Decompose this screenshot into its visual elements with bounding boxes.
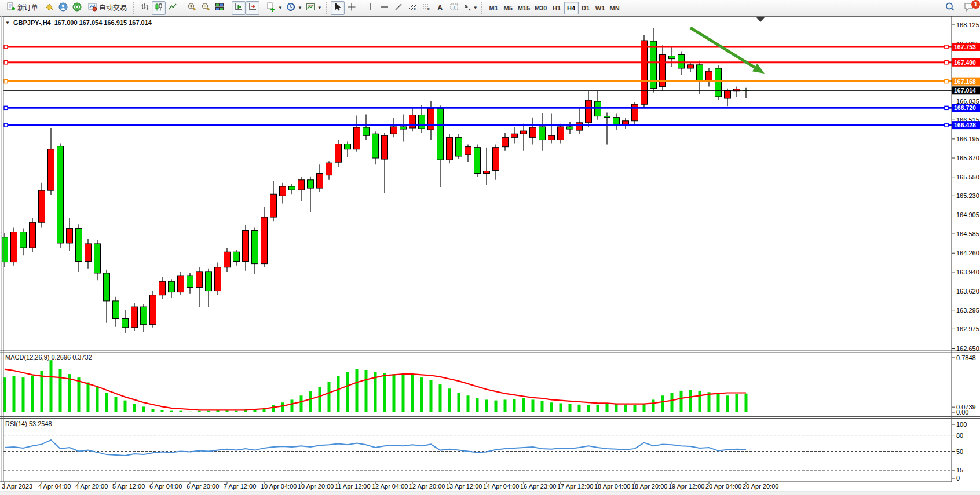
arrows-tool[interactable]: ▼ [461, 1, 480, 15]
community-icon [58, 2, 68, 14]
template-icon [306, 2, 315, 14]
search-button[interactable] [943, 1, 957, 15]
clock-icon [286, 2, 295, 14]
zoom-out-button[interactable] [199, 1, 213, 15]
signals-button[interactable] [70, 1, 84, 15]
equidistant-channel-tool[interactable]: E [405, 1, 419, 15]
svg-text:F: F [427, 8, 430, 11]
notifications-button[interactable]: 1 [961, 1, 977, 15]
zoom-out-icon [201, 2, 210, 14]
indicators-icon [266, 2, 276, 14]
chart-shift-button[interactable] [246, 1, 259, 15]
bar-chart-button[interactable] [138, 1, 152, 15]
paint-bucket-icon [45, 2, 54, 14]
svg-text:0: 0 [956, 475, 960, 482]
svg-text:7 Apr 12:00: 7 Apr 12:00 [224, 483, 256, 490]
timeframe-M15[interactable]: M15 [515, 2, 532, 14]
bar-chart-icon [140, 2, 149, 14]
tile-windows-icon [215, 2, 224, 14]
timeframe-M1[interactable]: M1 [487, 2, 501, 14]
svg-text:10 Apr 04:00: 10 Apr 04:00 [261, 483, 297, 490]
vertical-line-tool[interactable] [364, 1, 378, 15]
toolbar-grip [326, 2, 328, 14]
svg-text:18 Apr 20:00: 18 Apr 20:00 [631, 483, 667, 490]
new-order-icon [6, 2, 16, 13]
svg-text:14 Apr 04:00: 14 Apr 04:00 [483, 483, 519, 490]
text-tool[interactable]: A [433, 1, 447, 15]
svg-text:17 Apr 12:00: 17 Apr 12:00 [557, 483, 593, 490]
svg-text:4 Apr 20:00: 4 Apr 20:00 [75, 483, 108, 490]
toolbar: 新订单 自动交易 ▼ [0, 0, 980, 16]
svg-text:12 Apr 20:00: 12 Apr 20:00 [409, 483, 445, 490]
timeframe-M5[interactable]: M5 [501, 2, 515, 14]
chart-canvas[interactable]: 168.125167.805167.485167.165166.835166.5… [0, 16, 980, 495]
svg-text:167.753: 167.753 [954, 43, 976, 50]
svg-text:165.870: 165.870 [956, 155, 979, 162]
new-order-button[interactable]: 新订单 [2, 1, 42, 15]
templates-button[interactable]: ▼ [304, 1, 324, 15]
toolbar-separator [361, 2, 361, 13]
svg-text:50: 50 [956, 448, 963, 455]
fibonacci-tool[interactable]: F [419, 1, 433, 15]
signal-icon [72, 2, 82, 14]
svg-text:162.975: 162.975 [956, 325, 979, 332]
periods-button[interactable]: ▼ [284, 1, 304, 15]
svg-text:11 Apr 12:00: 11 Apr 12:00 [335, 483, 371, 490]
chevron-down-icon: ▼ [473, 5, 478, 10]
toolbar-separator [229, 2, 229, 13]
timeframe-H4[interactable]: H4 [564, 2, 579, 14]
text-label-tool[interactable]: T [447, 1, 461, 15]
timeframe-W1[interactable]: W1 [593, 2, 608, 14]
svg-text:6 Apr 04:00: 6 Apr 04:00 [149, 483, 182, 490]
svg-text:167.168: 167.168 [954, 78, 976, 85]
svg-text:165.550: 165.550 [956, 174, 979, 181]
svg-text:166.720: 166.720 [954, 104, 976, 111]
vertical-line-icon [366, 2, 375, 14]
svg-text:163.295: 163.295 [956, 307, 979, 314]
text-label-icon: T [449, 2, 459, 14]
notification-badge: 1 [971, 0, 980, 9]
svg-text:5 Apr 12:00: 5 Apr 12:00 [112, 483, 145, 490]
svg-text:163.620: 163.620 [956, 288, 979, 295]
timeframe-M30[interactable]: M30 [532, 2, 549, 14]
svg-text:20 Apr 04:00: 20 Apr 04:00 [705, 483, 741, 490]
svg-text:13 Apr 12:00: 13 Apr 12:00 [446, 483, 482, 490]
styles-button[interactable] [42, 1, 56, 15]
chart-window: 168.125167.805167.485167.165166.835166.5… [0, 16, 980, 495]
svg-text:166.428: 166.428 [954, 122, 976, 129]
timeframe-selector: M1M5M15M30H1H4D1W1MN [487, 2, 622, 14]
tile-windows-button[interactable] [213, 1, 226, 15]
timeframe-MN[interactable]: MN [608, 2, 622, 14]
horizontal-line-icon [380, 2, 389, 14]
auto-scroll-button[interactable] [232, 1, 246, 15]
candlestick-chart-button[interactable] [152, 1, 166, 15]
community-button[interactable] [56, 1, 70, 15]
auto-trading-button[interactable]: 自动交易 [84, 1, 131, 15]
horizontal-line-tool[interactable] [378, 1, 392, 15]
cursor-icon [333, 2, 342, 14]
search-icon [945, 2, 955, 14]
svg-text:12 Apr 04:00: 12 Apr 04:00 [372, 483, 408, 490]
zoom-in-button[interactable] [185, 1, 199, 15]
svg-text:20 Apr 20:00: 20 Apr 20:00 [743, 483, 778, 490]
crosshair-button[interactable] [345, 1, 359, 15]
timeframe-H1[interactable]: H1 [550, 2, 564, 14]
toolbar-separator [262, 2, 262, 13]
cursor-button[interactable] [331, 1, 345, 15]
svg-text:18 Apr 04:00: 18 Apr 04:00 [594, 483, 630, 490]
svg-text:167.014: 167.014 [954, 87, 976, 94]
svg-text:0.7848: 0.7848 [956, 354, 976, 361]
svg-text:164.260: 164.260 [956, 250, 979, 256]
indicators-button[interactable]: ▼ [265, 1, 284, 15]
trendline-tool[interactable] [392, 1, 405, 15]
auto-scroll-icon [234, 2, 243, 14]
svg-text:162.650: 162.650 [956, 345, 979, 352]
svg-text:4 Apr 04:00: 4 Apr 04:00 [38, 483, 71, 490]
svg-text:167.490: 167.490 [954, 59, 976, 66]
svg-text:19 Apr 12:00: 19 Apr 12:00 [668, 483, 704, 490]
text-icon: A [437, 3, 443, 12]
timeframe-D1[interactable]: D1 [579, 2, 593, 14]
line-chart-button[interactable] [166, 1, 180, 15]
toolbar-grip [481, 2, 484, 14]
svg-text:E: E [414, 8, 416, 11]
